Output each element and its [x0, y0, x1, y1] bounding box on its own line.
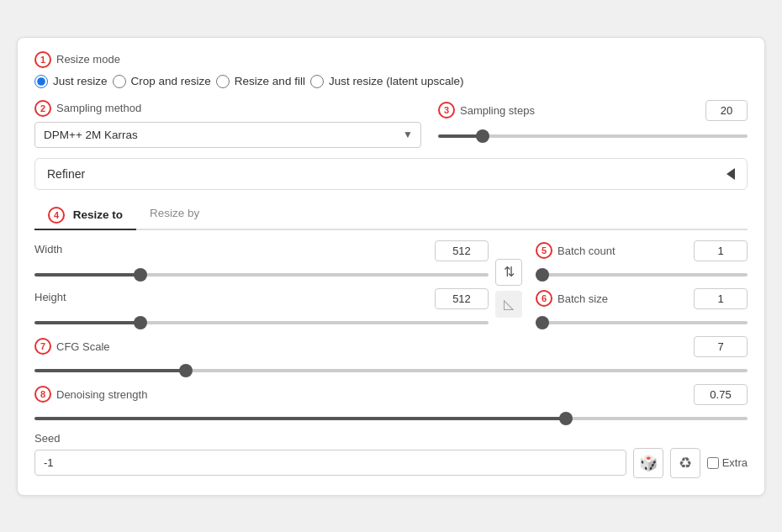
cfg-scale-label: CFG Scale: [56, 340, 110, 353]
cfg-scale-input[interactable]: [694, 336, 748, 357]
sampling-method-col: 2 Sampling method DPM++ 2M Karras ▼: [34, 100, 421, 148]
width-input[interactable]: [435, 240, 489, 261]
seed-input[interactable]: [34, 450, 626, 476]
cfg-scale-header: 7 CFG Scale: [34, 336, 748, 357]
height-input[interactable]: [435, 288, 489, 309]
width-field: Width: [34, 240, 489, 280]
denoising-section: 8 Denoising strength: [34, 384, 748, 424]
resize-mode-label: Resize mode: [56, 53, 120, 66]
batch-size-slider[interactable]: [536, 321, 748, 324]
step-3-badge: 3: [438, 102, 455, 119]
radio-just-resize[interactable]: Just resize: [34, 75, 108, 88]
batch-col: 5 Batch count 6 Batch size: [536, 240, 748, 336]
tab-resize-by[interactable]: Resize by: [136, 202, 213, 230]
swap-icon: ⇅: [504, 264, 515, 280]
radio-latent-upscale-input[interactable]: [310, 75, 324, 88]
step-7-badge: 7: [34, 338, 51, 355]
tab-resize-to[interactable]: 4 Resize to: [34, 202, 136, 230]
sampling-steps-label-row: 3 Sampling steps: [438, 100, 748, 121]
denoising-label-row: 8 Denoising strength: [34, 386, 147, 403]
step-5-badge: 5: [536, 242, 552, 259]
resize-mode-section: 1 Resize mode: [34, 51, 748, 68]
width-label-row: Width: [34, 240, 489, 261]
batch-count-label-row: 5 Batch count: [536, 240, 748, 261]
sampling-method-label: Sampling method: [56, 102, 141, 114]
sampling-method-select[interactable]: DPM++ 2M Karras: [34, 122, 421, 148]
cfg-scale-section: 7 CFG Scale: [34, 336, 748, 376]
extra-checkbox[interactable]: [707, 457, 719, 469]
batch-size-field: 6 Batch size: [536, 288, 748, 328]
batch-count-label: Batch count: [557, 245, 694, 257]
recycle-button[interactable]: ♻: [670, 448, 700, 478]
radio-latent-upscale[interactable]: Just resize (latent upscale): [310, 75, 464, 88]
batch-count-slider[interactable]: [536, 273, 748, 277]
height-slider[interactable]: [34, 321, 489, 324]
batch-size-label-row: 6 Batch size: [536, 288, 748, 309]
extra-label[interactable]: Extra: [707, 456, 748, 469]
main-panel: 1 Resize mode Just resize Crop and resiz…: [17, 37, 765, 496]
seed-row: 🎲 ♻ Extra: [34, 448, 748, 478]
radio-resize-fill-label: Resize and fill: [235, 75, 305, 87]
step-1-badge: 1: [34, 51, 51, 68]
denoising-slider[interactable]: [34, 417, 748, 420]
wh-col: Width Height: [34, 240, 522, 336]
cfg-scale-slider[interactable]: [34, 369, 748, 372]
sampling-row: 2 Sampling method DPM++ 2M Karras ▼ 3 Sa…: [34, 100, 748, 148]
radio-crop-resize[interactable]: Crop and resize: [113, 75, 211, 88]
denoising-header: 8 Denoising strength: [34, 384, 748, 405]
dice-button[interactable]: 🎲: [633, 448, 663, 478]
denoising-input[interactable]: [694, 384, 748, 405]
height-label: Height: [34, 291, 66, 303]
height-field: Height: [34, 288, 489, 328]
radio-crop-resize-input[interactable]: [113, 75, 126, 88]
extra-text: Extra: [722, 456, 748, 469]
refiner-label: Refiner: [47, 167, 85, 181]
height-label-row: Height: [34, 288, 489, 309]
wh-sliders: Width Height: [34, 240, 489, 336]
batch-count-input[interactable]: [694, 240, 748, 261]
seed-section: Seed 🎲 ♻ Extra: [34, 432, 748, 478]
step-8-badge: 8: [34, 386, 51, 403]
sampling-steps-slider[interactable]: [438, 134, 748, 138]
aspect-ratio-button[interactable]: ◺: [495, 291, 522, 318]
step-2-badge: 2: [34, 100, 51, 117]
batch-size-input[interactable]: [694, 288, 748, 309]
radio-just-resize-input[interactable]: [34, 75, 48, 88]
tab-resize-by-label: Resize by: [150, 207, 199, 219]
batch-size-label: Batch size: [557, 292, 694, 305]
cfg-scale-label-row: 7 CFG Scale: [34, 338, 110, 355]
aspect-icon: ◺: [504, 296, 514, 312]
sampling-steps-col: 3 Sampling steps: [438, 100, 748, 141]
step-4-badge: 4: [48, 207, 65, 224]
radio-latent-upscale-label: Just resize (latent upscale): [329, 75, 464, 87]
recycle-icon: ♻: [679, 454, 692, 472]
sampling-steps-label: Sampling steps: [460, 104, 535, 117]
sampling-steps-input[interactable]: [705, 100, 748, 121]
batch-count-field: 5 Batch count: [536, 240, 748, 280]
seed-label: Seed: [34, 432, 748, 445]
width-slider[interactable]: [34, 273, 489, 277]
dice-icon: 🎲: [639, 454, 658, 472]
resize-mode-radio-group: Just resize Crop and resize Resize and f…: [34, 75, 748, 88]
refiner-bar[interactable]: Refiner: [34, 158, 748, 190]
wh-inner: Width Height: [34, 240, 522, 336]
sampling-method-label-row: 2 Sampling method: [34, 100, 421, 117]
denoising-label: Denoising strength: [56, 388, 147, 401]
radio-resize-fill-input[interactable]: [216, 75, 230, 88]
refiner-collapse-icon: [727, 168, 735, 180]
wh-batch-row: Width Height: [34, 240, 748, 336]
radio-just-resize-label: Just resize: [53, 75, 108, 87]
radio-crop-resize-label: Crop and resize: [131, 75, 211, 87]
swap-aspect-col: ⇅ ◺: [495, 259, 522, 318]
radio-resize-fill[interactable]: Resize and fill: [216, 75, 305, 88]
sampling-method-select-wrapper: DPM++ 2M Karras ▼: [34, 122, 421, 148]
width-label: Width: [34, 243, 62, 255]
tab-resize-to-label: Resize to: [73, 208, 123, 221]
step-6-badge: 6: [536, 290, 552, 307]
swap-dimensions-button[interactable]: ⇅: [495, 259, 522, 286]
resize-tabs: 4 Resize to Resize by: [34, 202, 748, 230]
